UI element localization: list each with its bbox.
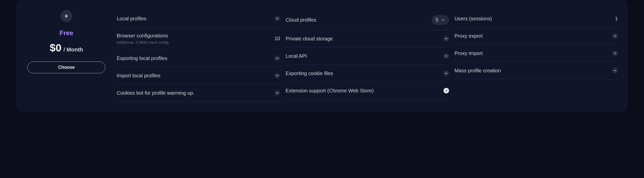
feature-row: Browser configurationsAdditional: 2.5$/f…	[117, 27, 280, 50]
chevron-down-icon	[441, 18, 445, 22]
feature-row: Extension support (Chrome Web Store)	[286, 82, 449, 99]
feature-label: Cloud profiles	[286, 17, 316, 23]
dash-icon	[274, 73, 280, 78]
price-period: / Month	[63, 46, 83, 53]
feature-label-wrap: Local API	[286, 53, 307, 60]
feature-label-wrap: Cloud profiles	[286, 17, 316, 23]
dash-icon	[444, 53, 449, 59]
feature-sublabel: Additional: 2.5$/for each config	[117, 40, 169, 44]
feature-value: 1	[615, 16, 618, 22]
features-column: Users (sessions)1Proxy exportProxy impor…	[455, 10, 618, 102]
feature-label: Exporting local profiles	[117, 55, 167, 62]
select-value: 5	[436, 17, 438, 23]
feature-label: Import local profiles	[117, 72, 160, 79]
lightning-icon	[60, 10, 72, 22]
feature-row: Proxy import	[455, 45, 618, 62]
feature-label: Exporting cookie files	[286, 70, 333, 77]
dash-icon	[444, 71, 449, 76]
feature-label-wrap: Proxy export	[455, 33, 483, 39]
features-column: Cloud profiles5Private cloud storageLoca…	[286, 10, 449, 102]
feature-row: Exporting cookie files	[286, 65, 449, 82]
feature-row: Local API	[286, 47, 449, 65]
feature-label-wrap: Private cloud storage	[286, 35, 333, 42]
feature-label-wrap: Browser configurationsAdditional: 2.5$/f…	[117, 32, 169, 44]
feature-row: Private cloud storage	[286, 30, 449, 47]
feature-row: Proxy export	[455, 27, 618, 45]
feature-label-wrap: Exporting cookie files	[286, 70, 333, 77]
dash-icon	[612, 68, 618, 73]
feature-label-wrap: Extension support (Chrome Web Store)	[286, 87, 374, 94]
feature-label: Extension support (Chrome Web Store)	[286, 87, 374, 94]
feature-label: Users (sessions)	[455, 15, 492, 22]
feature-label: Local profiles	[117, 15, 146, 22]
feature-row: Exporting local profiles	[117, 50, 280, 67]
feature-label-wrap: Proxy import	[455, 50, 483, 57]
feature-label: Cookies bot for profile warming up.	[117, 90, 194, 96]
feature-label-wrap: Import local profiles	[117, 72, 160, 79]
feature-row: Cookies bot for profile warming up.	[117, 84, 280, 102]
feature-label-wrap: Local profiles	[117, 15, 146, 22]
price-row: $0 / Month	[50, 42, 83, 54]
dash-icon	[274, 16, 280, 21]
plan-summary: Free $0 / Month Choose	[26, 10, 107, 102]
feature-label-wrap: Exporting local profiles	[117, 55, 167, 62]
feature-row: Users (sessions)1	[455, 10, 618, 27]
feature-label-wrap: Cookies bot for profile warming up.	[117, 90, 194, 96]
dash-icon	[444, 36, 449, 41]
feature-label: Proxy import	[455, 50, 483, 57]
price-amount: $0	[50, 42, 62, 54]
feature-label: Private cloud storage	[286, 35, 333, 42]
pricing-card: Free $0 / Month Choose Local profilesBro…	[16, 0, 628, 112]
feature-label: Local API	[286, 53, 307, 60]
choose-button[interactable]: Choose	[27, 62, 105, 73]
feature-label: Proxy export	[455, 33, 483, 39]
features-grid: Local profilesBrowser configurationsAddi…	[117, 10, 618, 102]
feature-label-wrap: Users (sessions)	[455, 15, 492, 22]
feature-label: Mass profile creation	[455, 67, 501, 74]
feature-row: Cloud profiles5	[286, 10, 449, 30]
features-column: Local profilesBrowser configurationsAddi…	[117, 10, 280, 102]
dash-icon	[612, 50, 618, 56]
plan-name: Free	[60, 29, 73, 37]
check-icon	[444, 88, 449, 93]
feature-row: Local profiles	[117, 10, 280, 27]
feature-value: 10	[274, 36, 280, 41]
feature-row: Import local profiles	[117, 67, 280, 84]
dash-icon	[274, 55, 280, 61]
feature-label-wrap: Mass profile creation	[455, 67, 501, 74]
feature-select[interactable]: 5	[432, 15, 449, 25]
feature-row: Mass profile creation	[455, 62, 618, 79]
dash-icon	[274, 90, 280, 96]
dash-icon	[612, 33, 618, 39]
feature-label: Browser configurations	[117, 32, 169, 39]
